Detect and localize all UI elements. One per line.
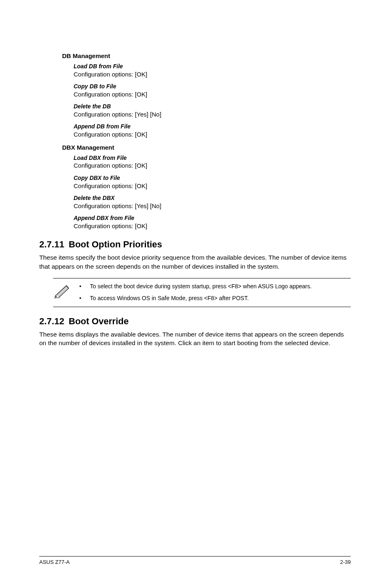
section-title: Boot Override	[69, 316, 129, 327]
db-item: Append DB from File Configuration option…	[74, 123, 351, 139]
dbx-item: Delete the DBX Configuration options: [Y…	[74, 194, 351, 210]
dbx-item-title: Delete the DBX	[74, 194, 351, 202]
dbx-item: Copy DBX to File Configuration options: …	[74, 174, 351, 190]
db-management-heading: DB Management	[62, 52, 351, 59]
note-list: • To select the boot device during syste…	[75, 283, 351, 303]
note-block: • To select the boot device during syste…	[53, 278, 351, 307]
dbx-item: Load DBX from File Configuration options…	[74, 154, 351, 170]
db-item-title: Append DB from File	[74, 123, 351, 130]
dbx-item-desc: Configuration options: [OK]	[74, 182, 351, 190]
svg-line-0	[56, 285, 67, 295]
section-2-7-11-heading: 2.7.11 Boot Option Priorities	[39, 239, 351, 250]
dbx-item: Append DBX from File Configuration optio…	[74, 214, 351, 230]
dbx-item-desc: Configuration options: [Yes] [No]	[74, 202, 351, 210]
note-text: To select the boot device during system …	[90, 283, 351, 291]
svg-point-3	[54, 298, 61, 298]
db-item-desc: Configuration options: [OK]	[74, 70, 351, 79]
section-2-7-12-body: These items displays the available devic…	[39, 330, 351, 348]
dbx-item-title: Copy DBX to File	[74, 174, 351, 182]
footer-left: ASUS Z77-A	[39, 559, 69, 565]
db-item: Delete the DB Configuration options: [Ye…	[74, 103, 351, 119]
note-list-item: • To access Windows OS in Safe Mode, pre…	[75, 294, 351, 303]
db-item-desc: Configuration options: [OK]	[74, 90, 351, 99]
bullet-icon: •	[75, 283, 90, 291]
section-2-7-12-heading: 2.7.12 Boot Override	[39, 316, 351, 327]
dbx-item-desc: Configuration options: [OK]	[74, 222, 351, 230]
db-item: Copy DB to File Configuration options: […	[74, 83, 351, 99]
db-item-title: Copy DB to File	[74, 83, 351, 90]
db-item: Load DB from File Configuration options:…	[74, 63, 351, 79]
footer-right: 2-39	[340, 559, 351, 565]
section-number: 2.7.11	[39, 239, 69, 250]
note-list-item: • To select the boot device during syste…	[75, 283, 351, 291]
page-footer: ASUS Z77-A 2-39	[39, 556, 351, 565]
section-number: 2.7.12	[39, 316, 69, 327]
section-title: Boot Option Priorities	[69, 239, 162, 250]
bullet-icon: •	[75, 294, 90, 303]
pencil-icon	[53, 283, 75, 303]
db-item-desc: Configuration options: [Yes] [No]	[74, 110, 351, 119]
dbx-management-heading: DBX Management	[62, 144, 351, 151]
db-item-title: Delete the DB	[74, 103, 351, 110]
db-item-desc: Configuration options: [OK]	[74, 130, 351, 139]
dbx-item-desc: Configuration options: [OK]	[74, 162, 351, 170]
dbx-item-title: Load DBX from File	[74, 154, 351, 162]
note-text: To access Windows OS in Safe Mode, press…	[90, 294, 351, 303]
section-2-7-11-body: These items specify the boot device prio…	[39, 253, 351, 271]
db-item-title: Load DB from File	[74, 63, 351, 70]
dbx-item-title: Append DBX from File	[74, 214, 351, 222]
